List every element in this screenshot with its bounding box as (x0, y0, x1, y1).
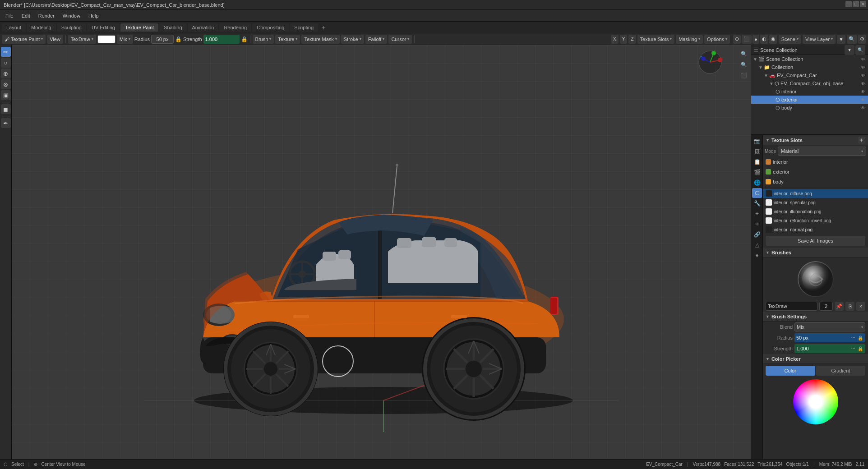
slot-exterior[interactable]: exterior (763, 167, 868, 177)
soften-tool-btn[interactable]: ○ (1, 58, 11, 68)
stroke-dropdown[interactable]: Stroke ▾ (341, 35, 364, 44)
texture-mask-dropdown[interactable]: Texture Mask ▾ (301, 35, 339, 44)
outliner-filter-icon[interactable]: ▼ (845, 45, 854, 55)
minimize-btn[interactable]: _ (845, 1, 852, 7)
add-workspace-btn[interactable]: + (319, 23, 328, 32)
filter-icon[interactable]: ▼ (837, 35, 845, 44)
prop-world-icon[interactable]: 🌐 (752, 178, 762, 188)
tab-uv-editing[interactable]: UV Editing (87, 23, 120, 32)
vis-scene-col[interactable]: 👁 (860, 56, 866, 62)
axis-y-btn[interactable]: Y (620, 35, 628, 44)
outliner-scene-collection[interactable]: ▼ 🎬 Scene Collection 👁 (751, 55, 868, 63)
slot-interior[interactable]: interior (763, 157, 868, 167)
brush-dropdown[interactable]: Brush ▾ (253, 35, 274, 44)
prop-view-layer-icon[interactable]: 📋 (752, 157, 762, 167)
outliner-interior[interactable]: ⬡ interior 👁 (751, 87, 868, 96)
tab-modeling[interactable]: Modeling (27, 23, 56, 32)
brush-pin-btn[interactable]: 📌 (835, 302, 844, 311)
filter2-icon[interactable]: ⚙ (858, 35, 866, 44)
tab-compositing[interactable]: Compositing (252, 23, 289, 32)
radius-value-bar[interactable]: 50 px 〜 🔒 (794, 333, 865, 342)
slot-body[interactable]: body (763, 177, 868, 187)
brush-delete-btn[interactable]: × (856, 302, 865, 311)
outliner-exterior[interactable]: ⬡ exterior 👁 (751, 96, 868, 104)
radius-curve-icon[interactable]: 〜 (850, 335, 856, 341)
close-btn[interactable]: × (860, 1, 866, 7)
tab-texture-paint[interactable]: Texture Paint (120, 23, 158, 32)
tab-rendering[interactable]: Rendering (219, 23, 251, 32)
menu-help[interactable]: Help (85, 12, 102, 20)
texture-slots-dropdown[interactable]: Texture Slots ▾ (637, 35, 675, 44)
vis-collection[interactable]: 👁 (860, 64, 866, 70)
radius-lock-icon[interactable]: 🔒 (175, 36, 182, 42)
view-layer-dropdown[interactable]: View Layer ▾ (803, 35, 836, 44)
tab-layout[interactable]: Layout (2, 23, 26, 32)
overlay-btn[interactable]: ⊙ (733, 35, 741, 44)
outliner-ev-car-base[interactable]: ▼ ⬡ EV_Compact_Car_obj_base 👁 (751, 79, 868, 87)
tab-shading[interactable]: Shading (159, 23, 186, 32)
menu-edit[interactable]: Edit (18, 12, 34, 20)
view-menu-btn[interactable]: View (47, 35, 63, 44)
vis-body[interactable]: 👁 (860, 105, 866, 111)
masking-dropdown[interactable]: Masking ▾ (676, 35, 703, 44)
outliner-search-icon[interactable]: 🔍 (855, 45, 865, 55)
zoom-out-btn[interactable]: 🔍 (739, 60, 749, 69)
prop-output-icon[interactable]: 🖼 (752, 147, 762, 156)
menu-file[interactable]: File (2, 12, 17, 20)
tab-sculpting[interactable]: Sculpting (57, 23, 86, 32)
draw-tool-btn[interactable]: ✏ (1, 47, 11, 57)
material-mode-btn[interactable]: ◐ (760, 35, 768, 44)
annotate-tool-btn[interactable]: ✒ (1, 118, 11, 128)
strength-value-bar[interactable]: 1.000 〜 🔒 (794, 344, 865, 353)
prop-scene-icon[interactable]: 🎬 (752, 167, 762, 177)
prop-material-icon[interactable]: ● (752, 250, 762, 260)
blend-dropdown[interactable]: Mix ▾ (794, 322, 865, 331)
tab-scripting[interactable]: Scripting (290, 23, 318, 32)
options-dropdown[interactable]: Options ▾ (704, 35, 730, 44)
window-controls[interactable]: _ □ × (845, 1, 866, 7)
prop-particles-icon[interactable]: ✦ (752, 209, 762, 219)
menu-window[interactable]: Window (59, 12, 84, 20)
solid-mode-btn[interactable]: ● (753, 35, 759, 44)
brush-number[interactable]: 2 (819, 302, 833, 311)
vis-ev-car-base[interactable]: 👁 (860, 80, 866, 87)
color-swatch[interactable] (97, 35, 115, 43)
tex-specular[interactable]: interior_specular.png (763, 198, 868, 207)
cp-tab-gradient[interactable]: Gradient (816, 366, 866, 376)
scene-dropdown[interactable]: Scene ▾ (779, 35, 801, 44)
search-icon[interactable]: 🔍 (847, 35, 857, 44)
prop-data-icon[interactable]: △ (752, 240, 762, 250)
zoom-in-btn[interactable]: 🔍 (739, 49, 749, 59)
mode-select[interactable]: Material ▾ (778, 147, 866, 156)
strength-lock-icon[interactable]: 🔒 (857, 345, 863, 352)
xray-btn[interactable]: ⬛ (742, 35, 752, 44)
texture-dropdown[interactable]: Texture ▾ (275, 35, 300, 44)
tab-animation[interactable]: Animation (188, 23, 219, 32)
prop-render-icon[interactable]: 📷 (752, 136, 762, 146)
outliner-ev-car[interactable]: ▼ 🚗 EV_Compact_Car 👁 (751, 71, 868, 79)
color-picker-header[interactable]: ▼ Color Picker (763, 354, 868, 364)
axis-z-btn[interactable]: Z (628, 35, 636, 44)
mode-dropdown[interactable]: 🖌 Texture Paint ▾ (2, 35, 46, 44)
texture-slots-header[interactable]: ▼ Texture Slots + (763, 135, 868, 145)
strength-curve-icon[interactable]: 〜 (850, 345, 856, 352)
mask-tool-btn[interactable]: ◼ (1, 104, 11, 114)
radius-field[interactable]: 50 px (151, 35, 174, 44)
menu-render[interactable]: Render (35, 12, 58, 20)
save-all-images-btn[interactable]: Save All Images (766, 236, 865, 246)
outliner-body[interactable]: ⬡ body 👁 (751, 104, 868, 112)
outliner-collection[interactable]: ▼ 📁 Collection 👁 (751, 63, 868, 71)
brush-copy-btn[interactable]: ⎘ (845, 302, 854, 311)
cursor-dropdown[interactable]: Cursor ▾ (388, 35, 412, 44)
strength-lock-icon[interactable]: 🔒 (241, 36, 248, 42)
add-texture-slot-btn[interactable]: + (858, 137, 865, 144)
prop-object-icon[interactable]: ⬡ (752, 188, 762, 198)
cp-tab-color[interactable]: Color (766, 366, 815, 376)
tex-normal[interactable]: interior_normal.png (763, 225, 868, 234)
falloff-dropdown[interactable]: Falloff ▾ (365, 35, 388, 44)
vis-exterior[interactable]: 👁 (860, 97, 866, 103)
color-wheel[interactable] (793, 379, 838, 424)
prop-constraints-icon[interactable]: 🔗 (752, 230, 762, 239)
vis-ev-car[interactable]: 👁 (860, 72, 866, 78)
viewport[interactable]: User Perspective (1) EV_Compact_Car (12, 45, 751, 469)
